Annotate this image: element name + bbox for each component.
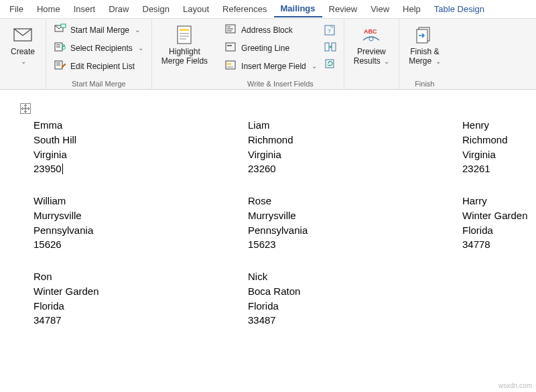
menu-file[interactable]: File (3, 1, 30, 17)
svg-rect-2 (61, 24, 66, 27)
preview-results-button[interactable]: ABC PreviewResults ⌄ (348, 21, 395, 69)
envelope-icon (12, 24, 34, 46)
highlight-fields-icon (174, 24, 195, 46)
label-name: Harry (462, 194, 536, 208)
svg-text:?: ? (328, 28, 331, 34)
svg-rect-33 (417, 29, 427, 43)
label-cell[interactable] (436, 268, 536, 344)
label-cell[interactable]: Ron Winter Garden Florida 34787 (7, 268, 221, 344)
label-name: Liam (248, 118, 436, 133)
menu-insert[interactable]: Insert (67, 1, 103, 17)
greeting-line-button[interactable]: Greeting Line (221, 40, 321, 56)
label-cell[interactable]: Emma South Hill Virginia 23950 (7, 117, 221, 192)
insert-merge-field-icon (225, 60, 237, 72)
highlight-label-1: Highlight (169, 47, 200, 56)
label-city: Richmond (248, 133, 436, 147)
update-labels-icon[interactable] (324, 58, 337, 72)
menu-home[interactable]: Home (30, 1, 67, 17)
select-recipients-label: Select Recipients (70, 44, 133, 53)
ribbon-group-highlight: HighlightMerge Fields (152, 19, 217, 89)
ribbon-group-write-insert: Address Block Greeting Line Insert Merge… (217, 19, 344, 89)
start-mail-merge-button[interactable]: Start Mail Merge ⌄ (50, 21, 147, 38)
svg-rect-27 (325, 43, 329, 51)
ribbon-group-finish: Finish &Merge ⌄ Finish (399, 19, 450, 89)
greeting-line-icon (225, 42, 237, 54)
ribbon-group-start-mail-merge: Start Mail Merge ⌄ Select Recipients ⌄ E… (46, 19, 152, 89)
label-name: Henry (462, 118, 536, 133)
greeting-line-label: Greeting Line (241, 44, 289, 53)
svg-point-31 (369, 37, 373, 41)
preview-label-1: Preview (357, 47, 386, 56)
label-cell[interactable]: Harry Winter Garden Florida 34778 (436, 192, 536, 268)
svg-rect-28 (332, 43, 336, 51)
menu-references[interactable]: References (216, 1, 273, 17)
label-state: Pennsylvania (34, 223, 221, 238)
menu-review[interactable]: Review (322, 1, 364, 17)
menu-view[interactable]: View (364, 1, 396, 17)
table-move-handle[interactable] (20, 103, 31, 114)
menu-draw[interactable]: Draw (102, 1, 135, 17)
chevron-down-icon: ⌄ (138, 44, 143, 52)
label-zip: 15623 (248, 237, 436, 252)
label-name: Rose (248, 194, 436, 208)
label-city: Murrysville (248, 208, 436, 223)
label-state: Florida (248, 299, 436, 314)
label-zip: 23950 (34, 161, 221, 176)
insert-merge-field-label: Insert Merge Field (241, 62, 306, 71)
preview-label-2: Results (354, 56, 381, 66)
chevron-down-icon: ⌄ (312, 62, 317, 70)
label-cell[interactable]: Henry Richmond Virginia 23261 (436, 117, 536, 192)
chevron-down-icon: ⌄ (135, 26, 140, 34)
label-cell[interactable]: Rose Murrysville Pennsylvania 15623 (221, 192, 436, 268)
menu-design[interactable]: Design (136, 1, 176, 17)
create-button[interactable]: Create⌄ (4, 21, 42, 69)
label-state: Florida (34, 299, 221, 314)
edit-list-icon (54, 60, 66, 72)
watermark: wsxdn.com (498, 382, 532, 389)
menu-mailings[interactable]: Mailings (274, 1, 322, 17)
address-block-icon (225, 23, 237, 36)
edit-recipient-list-button[interactable]: Edit Recipient List (50, 58, 147, 74)
menu-layout[interactable]: Layout (176, 1, 216, 17)
label-name: William (34, 194, 221, 208)
label-name: Ron (34, 269, 221, 284)
label-cell[interactable]: Liam Richmond Virginia 23260 (221, 117, 436, 192)
match-fields-icon[interactable] (324, 41, 337, 55)
preview-abc-icon: ABC (360, 24, 382, 46)
document-area[interactable]: Emma South Hill Virginia 23950 Liam Rich… (0, 90, 536, 392)
highlight-merge-fields-button[interactable]: HighlightMerge Fields (156, 21, 213, 69)
mail-merge-icon (54, 23, 66, 36)
label-zip: 34787 (34, 313, 221, 328)
document-page: Emma South Hill Virginia 23950 Liam Rich… (7, 117, 536, 344)
svg-rect-23 (227, 63, 231, 65)
group-label-create (4, 86, 42, 88)
svg-text:ABC: ABC (364, 28, 377, 35)
label-zip: 23261 (462, 161, 536, 176)
address-block-button[interactable]: Address Block (221, 21, 321, 38)
label-zip: 33487 (248, 313, 436, 328)
chevron-down-icon: ⌄ (21, 58, 26, 65)
labels-table: Emma South Hill Virginia 23950 Liam Rich… (7, 117, 536, 344)
rules-icon[interactable]: ? (324, 24, 337, 38)
group-label-start-mail-merge: Start Mail Merge (50, 78, 147, 88)
group-label-finish: Finish (403, 78, 446, 88)
menu-help[interactable]: Help (396, 1, 427, 17)
label-state: Virginia (462, 147, 536, 162)
label-state: Florida (462, 223, 536, 238)
edit-recipient-list-label: Edit Recipient List (70, 62, 135, 71)
finish-merge-button[interactable]: Finish &Merge ⌄ (403, 21, 446, 69)
select-recipients-button[interactable]: Select Recipients ⌄ (50, 40, 147, 56)
label-state: Virginia (34, 147, 221, 162)
ribbon-group-preview: ABC PreviewResults ⌄ (344, 19, 399, 89)
chevron-down-icon: ⌄ (384, 58, 389, 65)
move-icon (21, 105, 29, 113)
label-cell[interactable]: Nick Boca Raton Florida 33487 (221, 268, 436, 344)
start-mail-merge-label: Start Mail Merge (70, 25, 129, 35)
label-state: Pennsylvania (248, 223, 436, 238)
label-name: Emma (34, 118, 221, 133)
insert-merge-field-button[interactable]: Insert Merge Field ⌄ (221, 58, 321, 74)
label-city: Boca Raton (248, 284, 436, 299)
menu-table-design[interactable]: Table Design (427, 1, 491, 17)
svg-rect-12 (180, 29, 189, 31)
label-cell[interactable]: William Murrysville Pennsylvania 15626 (7, 192, 221, 268)
